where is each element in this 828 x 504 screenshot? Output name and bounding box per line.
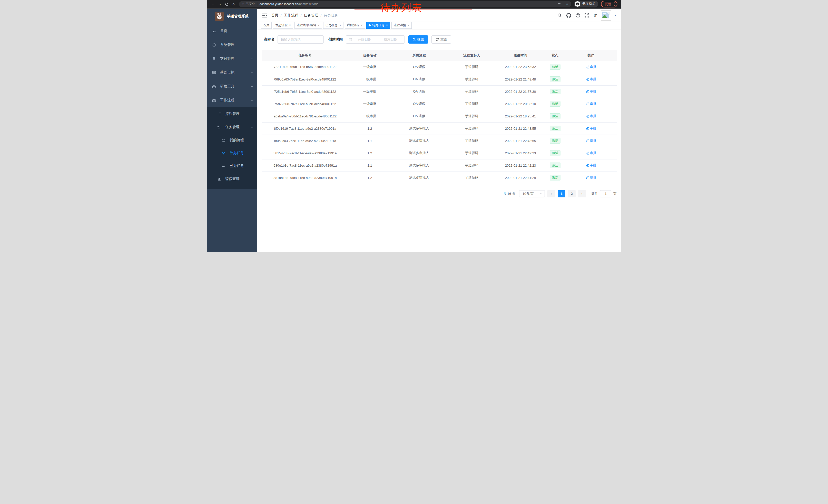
tag-home[interactable]: 首页 (261, 22, 272, 29)
column-header: 流程发起人 (447, 50, 496, 61)
reset-button[interactable]: 重置 (431, 35, 451, 44)
browser-update-button[interactable]: 更新 (601, 1, 617, 7)
tag-done-tasks[interactable]: 已办任务× (323, 22, 343, 29)
approve-label: 审批 (590, 138, 596, 143)
close-icon[interactable]: × (361, 24, 363, 27)
sidebar-item-todo-tasks[interactable]: 待办任务 (207, 147, 257, 159)
approve-button[interactable]: 审批 (586, 89, 596, 94)
url-domain[interactable]: dashboard.yudao.iocoder.cn (259, 2, 298, 6)
next-page-button[interactable]: › (578, 190, 586, 197)
dashboard-icon (212, 29, 216, 33)
breadcrumb-item[interactable]: 首页 (271, 13, 278, 18)
breadcrumb-item[interactable]: 工作流程 (284, 13, 298, 18)
approve-button[interactable]: 审批 (586, 163, 596, 168)
forward-icon[interactable]: → (216, 2, 223, 6)
tag-start-process[interactable]: 发起流程× (273, 22, 293, 29)
approve-button[interactable]: 审批 (586, 77, 596, 82)
starter: 芋道源码 (447, 172, 496, 184)
avatar[interactable] (601, 10, 611, 20)
approve-button[interactable]: 审批 (586, 114, 596, 119)
approve-button[interactable]: 审批 (586, 101, 596, 106)
bookmark-star-icon[interactable]: ☆ (565, 2, 569, 6)
tag-my-process[interactable]: 我的流程× (345, 22, 365, 29)
github-icon[interactable] (566, 13, 571, 18)
app-logo-row[interactable]: 芋道管理系统 (207, 9, 257, 21)
approve-button[interactable]: 审批 (586, 126, 596, 131)
end-date-placeholder[interactable]: 结束日期 (379, 37, 402, 42)
calendar-icon (348, 38, 352, 41)
breadcrumb-separator: / (301, 13, 302, 17)
table-row: 8f0d1619-7ac8-11ec-a9e2-a2380e71991a 1.2… (262, 122, 617, 135)
font-size-icon[interactable]: tT (593, 13, 596, 18)
chevron-down-icon (540, 193, 542, 194)
sidebar-item-system[interactable]: 系统管理 (207, 38, 257, 52)
pagination: 共 16 条 10条/页 ‹ 1 2 › 前往 页 (262, 190, 617, 197)
breadcrumb-item[interactable]: 任务管理 (304, 13, 318, 18)
collapse-sidebar-icon[interactable] (262, 13, 267, 18)
approve-button[interactable]: 审批 (586, 64, 596, 69)
update-label[interactable]: 更新 (605, 2, 611, 6)
password-key-icon[interactable] (558, 2, 562, 6)
sidebar-item-label: 我的流程 (230, 138, 244, 142)
flow-tree-icon (217, 125, 221, 129)
sidebar-item-my-process[interactable]: 我的流程 (207, 134, 257, 147)
sidebar-item-leave-query[interactable]: 请假查询 (207, 172, 257, 186)
sidebar-item-label: 基础设施 (220, 70, 235, 75)
approve-button[interactable]: 审批 (586, 175, 596, 180)
incognito-label: 无痕模式 (582, 2, 595, 6)
close-icon[interactable]: × (386, 24, 388, 27)
search-icon[interactable] (557, 13, 562, 18)
back-icon[interactable]: ← (209, 2, 216, 6)
tag-todo-tasks-active[interactable]: 待办任务× (366, 22, 390, 29)
close-icon[interactable]: × (318, 24, 320, 27)
starter: 芋道源码 (447, 110, 496, 122)
prev-page-button[interactable]: ‹ (547, 190, 555, 197)
process-name: OA 请假 (391, 61, 447, 73)
home-icon[interactable]: ⌂ (230, 2, 237, 6)
sidebar-item-task-management[interactable]: 任务管理 (207, 121, 257, 134)
sidebar-item-workflow[interactable]: 工作流程 (207, 93, 257, 107)
approve-button[interactable]: 审批 (586, 138, 596, 143)
start-date-placeholder[interactable]: 开始日期 (353, 37, 376, 42)
close-icon[interactable]: × (289, 24, 291, 27)
breadcrumb-item-current: 待办任务 (324, 13, 338, 18)
search-button-label: 搜索 (417, 37, 424, 42)
approve-button[interactable]: 审批 (586, 151, 596, 155)
sidebar-item-home[interactable]: 首页 (207, 24, 257, 38)
create-time: 2022-01-21 22:42:23 (496, 147, 545, 159)
fullscreen-icon[interactable] (585, 13, 589, 18)
page-size-select[interactable]: 10条/页 (519, 190, 545, 197)
not-secure-warning-icon: ⚠ (242, 2, 244, 6)
close-icon[interactable]: × (339, 24, 341, 27)
table-row: 8f059c03-7ac8-11ec-a9e2-a2380e71991a 1.1… (262, 135, 617, 147)
help-icon[interactable] (576, 13, 580, 18)
list-icon (217, 112, 221, 116)
annotation-text: 待办列表 (380, 1, 422, 14)
sidebar-item-process-management[interactable]: 流程管理 (207, 107, 257, 121)
status-badge: 激活 (550, 64, 561, 70)
goto-page-input[interactable] (600, 190, 611, 197)
avatar-dropdown-caret-icon[interactable]: ▼ (614, 14, 616, 17)
process-name-input[interactable] (278, 35, 324, 44)
security-label[interactable]: 不安全 (246, 2, 255, 6)
sidebar-item-dev-tools[interactable]: 研发工具 (207, 80, 257, 93)
search-button[interactable]: 搜索 (408, 35, 428, 44)
date-range-picker[interactable]: 开始日期 - 结束日期 (346, 35, 405, 44)
page-button-2[interactable]: 2 (568, 190, 576, 197)
sidebar-item-done-tasks[interactable]: 已办任务 (207, 159, 257, 172)
tag-label: 首页 (263, 23, 269, 28)
sidebar-item-infrastructure[interactable]: 基础设施 (207, 65, 257, 80)
tag-process-form-edit[interactable]: 流程表单-编辑× (294, 22, 322, 29)
reload-icon[interactable] (223, 2, 230, 6)
table-row: 58154733-7ac8-11ec-a9e2-a2380e71991a 1.2… (262, 147, 617, 159)
task-id: 381aa1dd-7ac8-11ec-a9e2-a2380e71991a (262, 172, 348, 184)
starter: 芋道源码 (447, 135, 496, 147)
browser-menu-icon[interactable] (614, 2, 615, 6)
task-name: 一级审批 (348, 61, 391, 73)
status-badge: 激活 (550, 163, 561, 168)
close-icon[interactable]: × (408, 24, 409, 27)
sidebar-item-payment[interactable]: ¥ 支付管理 (207, 52, 257, 65)
workflow-submenu: 流程管理 任务管理 我的流程 (207, 107, 257, 189)
page-button-1[interactable]: 1 (557, 190, 565, 197)
tag-process-detail[interactable]: 流程详情× (391, 22, 412, 29)
